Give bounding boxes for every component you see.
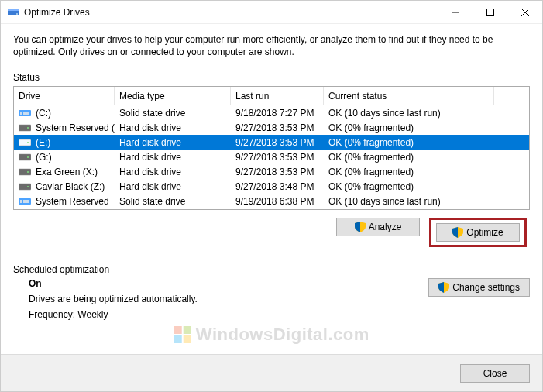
drive-icon xyxy=(19,182,31,191)
cell-last: 9/27/2018 3:48 PM xyxy=(231,181,324,192)
cell-status: OK (0% fragmented) xyxy=(324,137,494,148)
drive-icon xyxy=(19,138,31,147)
svg-point-17 xyxy=(27,186,29,187)
footer: Close xyxy=(1,354,542,391)
cell-last: 9/18/2018 7:27 PM xyxy=(231,108,324,119)
cell-status: OK (10 days since last run) xyxy=(324,108,494,119)
drive-icon xyxy=(19,123,31,132)
analyze-label: Analyze xyxy=(369,222,402,232)
svg-point-13 xyxy=(27,156,29,158)
drive-icon xyxy=(19,167,31,177)
drive-icon xyxy=(19,108,31,118)
cell-last: 9/27/2018 3:53 PM xyxy=(231,137,324,148)
status-label: Status xyxy=(13,72,530,83)
cell-drive: Exa Green (X:) xyxy=(36,167,98,177)
change-settings-button[interactable]: Change settings xyxy=(428,278,530,297)
table-row[interactable]: (C:)Solid state drive9/18/2018 7:27 PMOK… xyxy=(14,105,529,120)
cell-last: 9/27/2018 3:53 PM xyxy=(231,152,324,163)
svg-rect-16 xyxy=(19,184,31,190)
close-button[interactable] xyxy=(507,1,542,23)
description-text: You can optimize your drives to help you… xyxy=(13,33,530,58)
optimize-highlight: Optimize xyxy=(429,218,527,247)
cell-last: 9/19/2018 6:38 PM xyxy=(231,196,324,207)
svg-point-11 xyxy=(27,142,29,143)
table-body[interactable]: (C:)Solid state drive9/18/2018 7:27 PMOK… xyxy=(14,105,529,209)
shield-icon xyxy=(355,222,366,232)
change-settings-label: Change settings xyxy=(452,282,520,293)
svg-rect-6 xyxy=(23,112,26,115)
svg-rect-22 xyxy=(174,326,181,334)
cell-status: OK (0% fragmented) xyxy=(324,152,494,163)
shield-icon xyxy=(438,282,449,293)
cell-last: 9/27/2018 3:53 PM xyxy=(231,167,324,177)
window-title: Optimize Drives xyxy=(24,7,438,18)
cell-media: Hard disk drive xyxy=(115,167,231,177)
watermark: WindowsDigital.com xyxy=(174,325,369,345)
table-row[interactable]: System Reserved (D:)Hard disk drive9/27/… xyxy=(14,120,529,135)
minimize-button[interactable] xyxy=(438,1,473,23)
table-header: Drive Media type Last run Current status xyxy=(14,87,529,105)
table-row[interactable]: System ReservedSolid state drive9/19/201… xyxy=(14,194,529,208)
cell-media: Hard disk drive xyxy=(115,152,231,163)
table-row[interactable]: Exa Green (X:)Hard disk drive9/27/2018 3… xyxy=(14,164,529,179)
svg-point-2 xyxy=(16,13,18,15)
table-row[interactable]: (G:)Hard disk drive9/27/2018 3:53 PMOK (… xyxy=(14,150,529,164)
svg-point-9 xyxy=(27,127,29,129)
svg-rect-24 xyxy=(174,335,181,343)
scheduled-label: Scheduled optimization xyxy=(13,264,530,275)
svg-rect-1 xyxy=(8,9,19,11)
title-bar: Optimize Drives xyxy=(1,1,542,24)
cell-status: OK (0% fragmented) xyxy=(324,181,494,192)
cell-media: Hard disk drive xyxy=(115,181,231,192)
svg-rect-8 xyxy=(19,125,31,131)
shield-icon xyxy=(452,227,463,238)
svg-rect-25 xyxy=(183,335,191,343)
scheduled-body: On Drives are being optimized automatica… xyxy=(13,278,198,325)
drives-table: Drive Media type Last run Current status… xyxy=(13,86,530,210)
app-icon xyxy=(7,6,19,19)
svg-rect-21 xyxy=(26,200,29,203)
svg-rect-5 xyxy=(20,112,22,115)
close-footer-button[interactable]: Close xyxy=(460,364,530,383)
cell-status: OK (0% fragmented) xyxy=(324,122,494,133)
cell-media: Hard disk drive xyxy=(115,137,231,148)
svg-rect-20 xyxy=(23,200,26,203)
svg-rect-7 xyxy=(26,112,29,115)
cell-drive: (E:) xyxy=(36,137,50,148)
cell-drive: (G:) xyxy=(36,152,52,163)
drive-icon xyxy=(19,197,31,206)
cell-media: Hard disk drive xyxy=(115,122,231,133)
cell-drive: System Reserved (D:) xyxy=(36,122,115,133)
svg-rect-10 xyxy=(19,139,31,146)
svg-rect-14 xyxy=(19,169,31,175)
table-row[interactable]: (E:)Hard disk drive9/27/2018 3:53 PMOK (… xyxy=(14,135,529,150)
optimize-label: Optimize xyxy=(466,227,503,238)
drive-icon xyxy=(19,153,31,162)
cell-status: OK (10 days since last run) xyxy=(324,196,494,207)
svg-rect-3 xyxy=(486,9,493,15)
scheduled-line1: Drives are being optimized automatically… xyxy=(29,294,198,304)
cell-media: Solid state drive xyxy=(115,196,231,207)
svg-rect-23 xyxy=(183,326,191,334)
cell-media: Solid state drive xyxy=(115,108,231,119)
maximize-button[interactable] xyxy=(473,1,507,23)
col-header-drive[interactable]: Drive xyxy=(14,87,115,105)
scheduled-state: On xyxy=(29,278,198,289)
analyze-button[interactable]: Analyze xyxy=(336,218,420,236)
col-header-last[interactable]: Last run xyxy=(231,87,324,105)
close-label: Close xyxy=(483,368,507,379)
cell-drive: Caviar Black (Z:) xyxy=(36,181,105,192)
col-header-status[interactable]: Current status xyxy=(324,87,494,105)
cell-status: OK (0% fragmented) xyxy=(324,167,494,177)
cell-drive: (C:) xyxy=(36,108,51,119)
window-controls xyxy=(438,1,542,23)
svg-rect-19 xyxy=(20,200,22,203)
svg-rect-12 xyxy=(19,154,31,160)
scheduled-line2: Frequency: Weekly xyxy=(29,309,198,320)
optimize-button[interactable]: Optimize xyxy=(436,223,520,242)
col-header-media[interactable]: Media type xyxy=(115,87,231,105)
svg-point-15 xyxy=(27,171,29,173)
cell-last: 9/27/2018 3:53 PM xyxy=(231,122,324,133)
cell-drive: System Reserved xyxy=(36,196,109,207)
table-row[interactable]: Caviar Black (Z:)Hard disk drive9/27/201… xyxy=(14,179,529,194)
